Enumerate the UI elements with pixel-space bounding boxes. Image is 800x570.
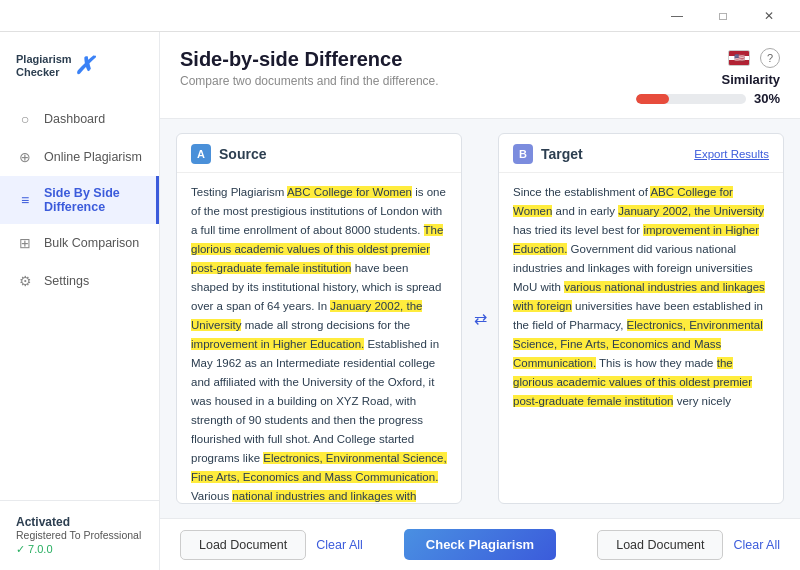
- content-header: Side-by-side Difference Compare two docu…: [160, 32, 800, 119]
- source-text-4: made all strong decisions for the: [241, 319, 410, 331]
- source-text-5: Established in May 1962 as an Intermedia…: [191, 338, 439, 464]
- source-header: A Source: [177, 134, 461, 173]
- arrow-left-icon[interactable]: ⇄: [474, 309, 487, 328]
- source-text-6: Various: [191, 490, 232, 502]
- source-badge: A: [191, 144, 211, 164]
- bottom-right: Load Document Clear All: [597, 530, 780, 560]
- side-by-side-icon: ≡: [16, 191, 34, 209]
- page-title: Side-by-side Difference: [180, 48, 439, 71]
- logo-text-line2: Checker: [16, 66, 72, 79]
- sidebar-item-dashboard[interactable]: ○ Dashboard: [0, 100, 159, 138]
- sidebar-item-side-by-side[interactable]: ≡ Side By Side Difference: [0, 176, 159, 224]
- source-highlight-college: ABC College for Women: [287, 186, 412, 198]
- dashboard-icon: ○: [16, 110, 34, 128]
- online-plagiarism-icon: ⊕: [16, 148, 34, 166]
- titlebar: — □ ✕: [0, 0, 800, 32]
- sidebar-label-dashboard: Dashboard: [44, 112, 105, 126]
- minimize-button[interactable]: —: [654, 0, 700, 32]
- source-load-document-button[interactable]: Load Document: [180, 530, 306, 560]
- help-button[interactable]: ?: [760, 48, 780, 68]
- source-text-intro: Testing Plagiarism: [191, 186, 287, 198]
- maximize-button[interactable]: □: [700, 0, 746, 32]
- target-body[interactable]: Since the establishment of ABC College f…: [499, 173, 783, 503]
- target-text-7: very nicely: [673, 395, 731, 407]
- sidebar-label-side-by-side: Side By Side Difference: [44, 186, 140, 214]
- target-text-2: and in early: [552, 205, 618, 217]
- logo: Plagiarism Checker ✗: [16, 52, 94, 80]
- sidebar: Plagiarism Checker ✗ ○ Dashboard ⊕ Onlin…: [0, 32, 160, 570]
- sidebar-item-settings[interactable]: ⚙ Settings: [0, 262, 159, 300]
- target-clear-all-button[interactable]: Clear All: [733, 538, 780, 552]
- window-controls: — □ ✕: [654, 0, 792, 32]
- source-highlight-improvement: improvement in Higher Education.: [191, 338, 364, 350]
- sidebar-item-online-plagiarism[interactable]: ⊕ Online Plagiarism: [0, 138, 159, 176]
- export-results-button[interactable]: Export Results: [694, 148, 769, 160]
- similarity-label: Similarity: [721, 72, 780, 87]
- source-clear-all-button[interactable]: Clear All: [316, 538, 363, 552]
- similarity-bar-fill: [636, 94, 669, 104]
- sidebar-label-online-plagiarism: Online Plagiarism: [44, 150, 142, 164]
- registered-to-label: Registered To Professional: [16, 529, 143, 541]
- logo-x-icon: ✗: [74, 52, 94, 80]
- target-panel: B Target Export Results Since the establ…: [498, 133, 784, 504]
- settings-icon: ⚙: [16, 272, 34, 290]
- similarity-bar: [636, 94, 746, 104]
- source-panel: A Source Testing Plagiarism ABC College …: [176, 133, 462, 504]
- sidebar-nav: ○ Dashboard ⊕ Online Plagiarism ≡ Side B…: [0, 100, 159, 300]
- app-container: Plagiarism Checker ✗ ○ Dashboard ⊕ Onlin…: [0, 32, 800, 570]
- target-load-document-button[interactable]: Load Document: [597, 530, 723, 560]
- similarity-percentage: 30%: [754, 91, 780, 106]
- target-text-intro: Since the establishment of: [513, 186, 650, 198]
- target-title: Target: [541, 146, 583, 162]
- main-content: Side-by-side Difference Compare two docu…: [160, 32, 800, 570]
- close-button[interactable]: ✕: [746, 0, 792, 32]
- bottom-left: Load Document Clear All: [180, 530, 363, 560]
- similarity-bar-container: 30%: [636, 91, 780, 106]
- sidebar-label-bulk-comparison: Bulk Comparison: [44, 236, 139, 250]
- source-body[interactable]: Testing Plagiarism ABC College for Women…: [177, 173, 461, 503]
- sidebar-label-settings: Settings: [44, 274, 89, 288]
- header-right-top: 🇺🇸 ?: [728, 48, 780, 68]
- check-plagiarism-button[interactable]: Check Plagiarism: [404, 529, 556, 560]
- bottom-center: Check Plagiarism: [375, 529, 585, 560]
- page-subtitle: Compare two documents and find the diffe…: [180, 74, 439, 88]
- target-header: B Target Export Results: [499, 134, 783, 173]
- target-text-6: This is how they made: [596, 357, 717, 369]
- documents-area: A Source Testing Plagiarism ABC College …: [160, 119, 800, 518]
- header-right: 🇺🇸 ? Similarity 30%: [636, 48, 780, 106]
- version-label: ✓ 7.0.0: [16, 543, 143, 556]
- bottom-bar: Load Document Clear All Check Plagiarism…: [160, 518, 800, 570]
- source-title: Source: [219, 146, 266, 162]
- header-left: Side-by-side Difference Compare two docu…: [180, 48, 439, 88]
- arrows-column: ⇄: [462, 133, 498, 504]
- activated-label: Activated: [16, 515, 143, 529]
- target-highlight-january: January 2002, the University: [618, 205, 764, 217]
- sidebar-footer: Activated Registered To Professional ✓ 7…: [0, 500, 159, 570]
- flag-icon: 🇺🇸: [728, 50, 750, 66]
- bulk-comparison-icon: ⊞: [16, 234, 34, 252]
- target-badge: B: [513, 144, 533, 164]
- logo-text-line1: Plagiarism: [16, 53, 72, 66]
- sidebar-item-bulk-comparison[interactable]: ⊞ Bulk Comparison: [0, 224, 159, 262]
- target-text-3: has tried its level best for: [513, 224, 643, 236]
- logo-area: Plagiarism Checker ✗: [0, 42, 159, 100]
